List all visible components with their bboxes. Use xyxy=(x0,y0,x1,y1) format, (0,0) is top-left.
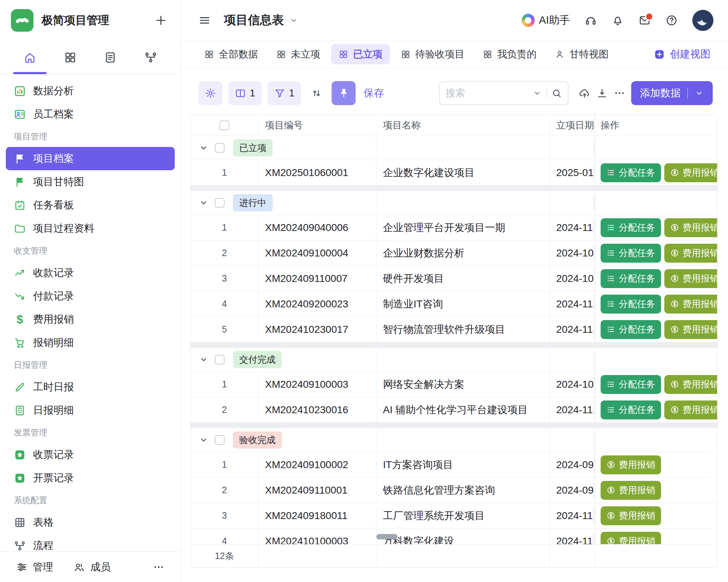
project-name-cell[interactable]: 企业管理平台开发项目一期 xyxy=(376,215,550,240)
sidebar-item[interactable]: 项目过程资料 xyxy=(6,217,175,240)
view-tab[interactable]: 我负责的 xyxy=(475,44,544,64)
sidebar-item[interactable]: $费用报销 xyxy=(6,308,175,331)
collapse-group-icon[interactable] xyxy=(199,355,209,364)
column-header-name[interactable]: 项目名称 xyxy=(376,115,550,136)
project-code-cell[interactable]: XM202409110001 xyxy=(258,478,376,503)
project-date-cell[interactable]: 2024-11 xyxy=(550,291,595,316)
sidebar-tab-docs[interactable] xyxy=(93,41,128,74)
project-code-cell[interactable]: XM202409100002 xyxy=(258,452,376,477)
members-button[interactable]: 成员 xyxy=(74,560,111,574)
assign-task-button[interactable]: 分配任务 xyxy=(601,218,661,237)
user-avatar[interactable] xyxy=(692,10,713,31)
search-scope-chevron-icon[interactable] xyxy=(533,88,542,98)
project-date-cell[interactable]: 2024-11 xyxy=(550,503,595,528)
sidebar-item[interactable]: 收票记录 xyxy=(6,443,175,466)
sidebar-item[interactable]: 收款记录 xyxy=(6,261,175,284)
sidebar-item[interactable]: 项目档案 xyxy=(6,147,175,170)
settings-button[interactable] xyxy=(198,81,222,105)
assign-task-button[interactable]: 分配任务 xyxy=(601,244,661,263)
collapse-group-icon[interactable] xyxy=(199,435,209,445)
pin-button[interactable] xyxy=(332,81,356,105)
collapse-sidebar-icon[interactable] xyxy=(198,14,211,27)
project-code-cell[interactable]: XM202409040006 xyxy=(258,215,376,240)
horizontal-scrollbar-thumb[interactable] xyxy=(376,534,397,539)
view-tab[interactable]: 甘特视图 xyxy=(547,44,616,64)
project-date-cell[interactable]: 2024-09 xyxy=(550,478,595,503)
inbox-icon[interactable] xyxy=(638,14,651,27)
search-input[interactable] xyxy=(446,88,533,99)
project-date-cell[interactable]: 2024-10 xyxy=(550,266,595,291)
expense-report-button[interactable]: 费用报销 xyxy=(664,244,717,263)
view-tab[interactable]: 全部数据 xyxy=(197,44,265,64)
search-icon[interactable] xyxy=(551,88,562,99)
add-data-button[interactable]: 添加数据 xyxy=(631,81,713,105)
project-date-cell[interactable]: 2024-11 xyxy=(550,529,595,544)
project-name-cell[interactable]: 万科数字化建设 xyxy=(376,529,550,544)
project-code-cell[interactable]: XM202410230017 xyxy=(258,317,376,342)
expense-report-button[interactable]: 费用报销 xyxy=(664,320,717,339)
save-view-button[interactable]: 保存 xyxy=(364,86,384,100)
more-actions-icon[interactable] xyxy=(614,87,625,99)
collapse-group-icon[interactable] xyxy=(199,198,209,208)
sidebar-item[interactable]: 表格 xyxy=(6,511,175,534)
sidebar-item[interactable]: 日报明细 xyxy=(6,399,175,422)
view-tab[interactable]: 已立项 xyxy=(331,44,390,64)
sidebar-item[interactable]: 项目甘特图 xyxy=(6,170,175,194)
sidebar-item[interactable]: 付款记录 xyxy=(6,284,175,308)
sidebar-item[interactable]: 员工档案 xyxy=(6,103,175,126)
sidebar-item[interactable]: 任务看板 xyxy=(6,194,175,217)
project-name-cell[interactable]: 工厂管理系统开发项目 xyxy=(376,503,550,528)
expense-report-button[interactable]: 费用报销 xyxy=(664,375,717,394)
sidebar-item[interactable]: 数据分析 xyxy=(6,79,175,103)
filter-button[interactable]: 1 xyxy=(268,81,301,105)
project-code-cell[interactable]: XM202409100003 xyxy=(258,372,376,397)
import-icon[interactable] xyxy=(579,87,590,99)
project-date-cell[interactable]: 2024-11 xyxy=(550,397,595,422)
project-name-cell[interactable]: IT方案咨询项目 xyxy=(376,452,550,477)
table-title-dropdown[interactable]: 项目信息表 xyxy=(224,12,298,28)
hide-fields-button[interactable]: 1 xyxy=(228,81,262,105)
project-code-cell[interactable]: XM202409200023 xyxy=(258,291,376,316)
expense-report-button[interactable]: 费用报销 xyxy=(664,400,717,419)
project-date-cell[interactable]: 2024-09 xyxy=(550,452,595,477)
help-icon[interactable] xyxy=(665,14,678,27)
select-all-checkbox[interactable] xyxy=(219,120,229,130)
project-code-cell[interactable]: XM202409110007 xyxy=(258,266,376,291)
expense-report-button[interactable]: 费用报销 xyxy=(601,506,661,525)
group-checkbox[interactable] xyxy=(215,198,225,208)
project-name-cell[interactable]: 铁路信息化管理方案咨询 xyxy=(376,478,550,503)
group-checkbox[interactable] xyxy=(215,435,225,445)
project-date-cell[interactable]: 2024-11 xyxy=(550,215,595,240)
expense-report-button[interactable]: 费用报销 xyxy=(664,269,717,288)
project-date-cell[interactable]: 2024-10 xyxy=(550,372,595,397)
column-header-date[interactable]: 立项日期 xyxy=(550,115,595,136)
create-view-button[interactable]: 创建视图 xyxy=(654,47,711,61)
sidebar-item[interactable]: 报销明细 xyxy=(6,331,175,354)
project-name-cell[interactable]: 企业数字化建设项目 xyxy=(376,160,550,185)
project-code-cell[interactable]: XM202501060001 xyxy=(258,160,376,185)
sidebar-tab-home[interactable] xyxy=(12,41,47,74)
expense-report-button[interactable]: 费用报销 xyxy=(664,295,717,314)
view-tab[interactable]: 未立项 xyxy=(269,44,328,64)
sidebar-item[interactable]: 工时日报 xyxy=(6,375,175,399)
assign-task-button[interactable]: 分配任务 xyxy=(601,375,661,394)
sort-button[interactable] xyxy=(307,81,326,105)
project-name-cell[interactable]: 硬件开发项目 xyxy=(376,266,550,291)
column-header-code[interactable]: 项目编号 xyxy=(258,115,376,136)
expense-report-button[interactable]: 费用报销 xyxy=(664,163,717,182)
view-tab[interactable]: 待验收项目 xyxy=(393,44,472,64)
project-name-cell[interactable]: 网络安全解决方案 xyxy=(376,372,550,397)
project-code-cell[interactable]: XM202409180011 xyxy=(258,503,376,528)
more-options-icon[interactable] xyxy=(153,561,165,573)
ai-assistant-button[interactable]: AI助手 xyxy=(522,13,570,28)
sidebar-item[interactable]: 流程 xyxy=(6,534,175,551)
project-name-cell[interactable]: 企业业财数据分析 xyxy=(376,240,550,266)
add-workspace-icon[interactable] xyxy=(154,14,167,27)
expense-report-button[interactable]: 费用报销 xyxy=(601,455,661,474)
project-date-cell[interactable]: 2024-10 xyxy=(550,240,595,266)
assign-task-button[interactable]: 分配任务 xyxy=(601,295,661,314)
expense-report-button[interactable]: 费用报销 xyxy=(664,218,717,237)
project-code-cell[interactable]: XM202409100004 xyxy=(258,240,376,266)
manage-button[interactable]: 管理 xyxy=(16,560,53,574)
project-name-cell[interactable]: 制造业IT咨询 xyxy=(376,291,550,316)
